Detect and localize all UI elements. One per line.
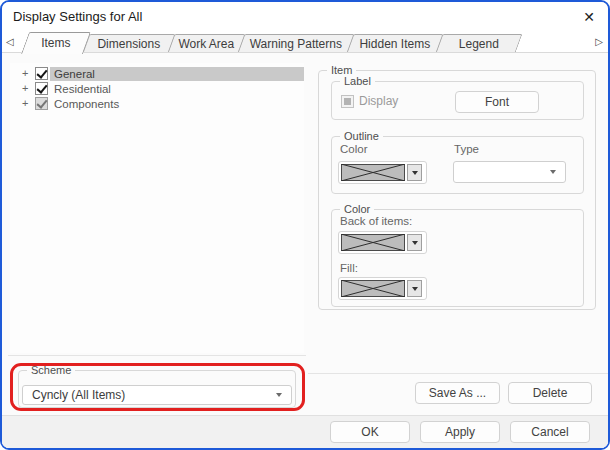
color-swatch-crossed-icon: [341, 234, 405, 251]
expand-icon[interactable]: +: [22, 67, 35, 80]
close-icon[interactable]: ✕: [570, 2, 608, 31]
checkbox-residential[interactable]: [35, 82, 48, 95]
outline-color-picker[interactable]: [338, 161, 427, 184]
cancel-button[interactable]: Cancel: [510, 421, 590, 443]
outline-color-label: Color: [340, 143, 367, 155]
tree-label[interactable]: General: [50, 67, 304, 81]
tab-scroll-left-icon[interactable]: ◁: [6, 35, 14, 49]
scheme-selected-value: Cyncly (All Items): [32, 388, 125, 402]
tab-scroll-right-icon[interactable]: ▷: [595, 35, 603, 49]
color-swatch-crossed-icon: [341, 164, 405, 181]
scheme-group-title: Scheme: [27, 364, 75, 377]
tree-row-general[interactable]: + General: [10, 66, 304, 81]
tab-work-area[interactable]: Work Area: [168, 34, 246, 53]
back-of-items-label: Back of items:: [340, 215, 412, 227]
dropdown-arrow-icon[interactable]: [407, 234, 422, 251]
fill-label: Fill:: [340, 262, 358, 274]
tab-legend[interactable]: Legend: [436, 34, 523, 53]
outline-group-title: Outline: [340, 130, 383, 143]
save-as-button[interactable]: Save As ...: [415, 382, 500, 404]
display-checkbox-row: Display: [341, 94, 398, 108]
tree-label[interactable]: Residential: [50, 82, 304, 96]
tab-strip: ◁ ▷ Items Dimensions Work Area Warning P…: [2, 31, 608, 53]
dropdown-arrow-icon: [276, 393, 282, 397]
tree-row-components[interactable]: + Components: [10, 96, 304, 111]
scheme-group: Scheme Cyncly (All Items): [18, 370, 296, 408]
expand-icon[interactable]: +: [22, 97, 35, 110]
delete-button[interactable]: Delete: [508, 382, 592, 404]
dropdown-arrow-icon[interactable]: [407, 164, 422, 181]
font-button[interactable]: Font: [455, 91, 539, 113]
label-group-title: Label: [340, 75, 375, 88]
checkbox-general[interactable]: [35, 67, 48, 80]
tab-dimensions[interactable]: Dimensions: [83, 34, 176, 53]
tree-row-residential[interactable]: + Residential: [10, 81, 304, 96]
outline-type-dropdown[interactable]: [453, 161, 566, 183]
outline-type-label: Type: [454, 143, 479, 155]
expand-icon[interactable]: +: [22, 82, 35, 95]
tab-items[interactable]: Items: [21, 32, 91, 54]
tab-hidden-items[interactable]: Hidden Items: [347, 34, 444, 53]
item-group: Item Label Display Font Outline Color Ty…: [318, 70, 596, 310]
label-group: Label Display Font: [331, 81, 584, 120]
dialog-body: + General + Residential + Components Ite…: [2, 53, 608, 448]
scheme-dropdown[interactable]: Cyncly (All Items): [22, 385, 292, 405]
color-group: Color Back of items: Fill:: [331, 209, 584, 307]
title-bar: Display Settings for All ✕: [2, 2, 608, 31]
display-settings-dialog: Display Settings for All ✕ ◁ ▷ Items Dim…: [0, 0, 610, 450]
tab-list: Items Dimensions Work Area Warning Patte…: [26, 31, 519, 53]
dropdown-arrow-icon[interactable]: [407, 280, 422, 297]
outline-group: Outline Color Type: [331, 136, 584, 194]
fill-color-picker[interactable]: [338, 277, 427, 300]
left-separator: [8, 355, 306, 356]
tree-label[interactable]: Components: [50, 97, 304, 111]
display-checkbox[interactable]: [341, 95, 354, 108]
window-title: Display Settings for All: [13, 9, 142, 24]
color-swatch-crossed-icon: [341, 280, 405, 297]
right-separator: [308, 373, 608, 374]
items-tree: + General + Residential + Components: [10, 63, 304, 353]
dropdown-arrow-icon: [550, 170, 556, 174]
display-checkbox-label: Display: [359, 94, 398, 108]
tab-warning-patterns[interactable]: Warning Patterns: [238, 34, 355, 53]
apply-button[interactable]: Apply: [420, 421, 500, 443]
ok-button[interactable]: OK: [330, 421, 410, 443]
back-of-items-color-picker[interactable]: [338, 231, 427, 254]
checkbox-components[interactable]: [35, 97, 48, 110]
